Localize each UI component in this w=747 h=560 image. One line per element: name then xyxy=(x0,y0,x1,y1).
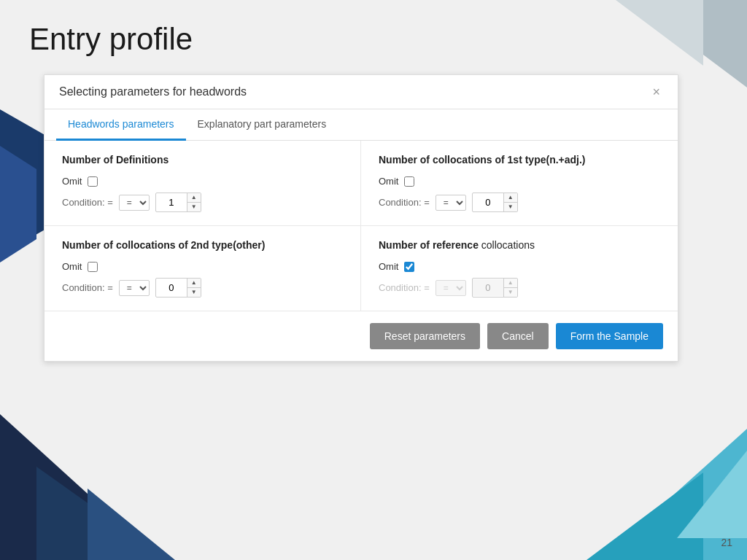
omit-label-collocations-2nd: Omit xyxy=(62,261,82,272)
cancel-button[interactable]: Cancel xyxy=(487,323,549,349)
omit-checkbox-reference[interactable] xyxy=(404,262,414,272)
section-title-collocations-2nd: Number of collocations of 2nd type(other… xyxy=(62,239,343,251)
condition-dropdown-collocations-1st[interactable]: =<> xyxy=(436,195,466,211)
spinner-collocations-1st: ▲ ▼ xyxy=(503,193,517,211)
omit-row-collocations-2nd: Omit xyxy=(62,261,343,272)
spinner-collocations-2nd: ▲ ▼ xyxy=(187,279,201,297)
section-title-collocations-1st: Number of collocations of 1st type(n.+ad… xyxy=(379,154,660,166)
number-input-wrapper-collocations-2nd: ▲ ▼ xyxy=(155,278,201,298)
condition-dropdown-collocations-2nd[interactable]: =<> xyxy=(119,280,150,296)
omit-row-collocations-1st: Omit xyxy=(379,176,660,187)
omit-row-definitions: Omit xyxy=(62,176,343,187)
condition-label-collocations-1st: Condition: = xyxy=(379,197,430,208)
tab-headwords-parameters[interactable]: Headwords parameters xyxy=(56,109,186,141)
close-button[interactable]: × xyxy=(649,85,663,98)
page-number: 21 xyxy=(721,537,732,548)
condition-dropdown-reference[interactable]: =<> xyxy=(436,280,466,296)
spinner-down-definitions[interactable]: ▼ xyxy=(187,203,201,211)
condition-row-reference: Condition: = =<> ▲ ▼ xyxy=(379,278,660,298)
dialog: Selecting parameters for headwords × Hea… xyxy=(44,74,678,362)
number-input-wrapper-reference: ▲ ▼ xyxy=(472,278,518,298)
omit-row-reference: Omit xyxy=(379,261,660,272)
tabs-row: Headwords parameters Explanatory part pa… xyxy=(44,109,678,141)
form-sample-button[interactable]: Form the Sample xyxy=(556,323,663,349)
dialog-footer: Reset parameters Cancel Form the Sample xyxy=(44,311,678,361)
spinner-down-collocations-2nd[interactable]: ▼ xyxy=(187,288,201,297)
section-collocations-1st: Number of collocations of 1st type(n.+ad… xyxy=(361,141,678,226)
condition-label-reference: Condition: = xyxy=(379,282,430,293)
tab-explanatory-parameters[interactable]: Explanatory part parameters xyxy=(186,109,338,141)
reset-parameters-button[interactable]: Reset parameters xyxy=(370,323,480,349)
section-title-normal-reference: collocations xyxy=(479,239,535,251)
params-grid: Number of Definitions Omit Condition: = … xyxy=(44,141,678,311)
section-num-definitions: Number of Definitions Omit Condition: = … xyxy=(44,141,361,226)
number-input-wrapper-collocations-1st: ▲ ▼ xyxy=(472,192,518,212)
spinner-down-collocations-1st[interactable]: ▼ xyxy=(504,203,517,211)
section-title-bold-reference: Number of reference xyxy=(379,239,479,251)
spinner-reference: ▲ ▼ xyxy=(503,279,517,297)
number-input-collocations-1st[interactable] xyxy=(473,194,503,211)
page-content: Entry profile Selecting parameters for h… xyxy=(0,0,747,560)
number-input-reference[interactable] xyxy=(473,279,503,296)
number-input-collocations-2nd[interactable] xyxy=(156,279,187,296)
section-title-num-definitions: Number of Definitions xyxy=(62,154,343,166)
dialog-header: Selecting parameters for headwords × xyxy=(44,75,678,109)
condition-dropdown-definitions[interactable]: =<> xyxy=(119,195,150,211)
number-input-wrapper-definitions: ▲ ▼ xyxy=(155,192,201,212)
condition-row-collocations-2nd: Condition: = =<> ▲ ▼ xyxy=(62,278,343,298)
spinner-down-reference[interactable]: ▼ xyxy=(504,288,517,297)
omit-label-collocations-1st: Omit xyxy=(379,176,398,187)
spinner-up-reference[interactable]: ▲ xyxy=(504,279,517,288)
omit-checkbox-collocations-2nd[interactable] xyxy=(88,262,98,272)
condition-row-definitions: Condition: = =<> ▲ ▼ xyxy=(62,192,343,212)
omit-label-reference: Omit xyxy=(379,261,398,272)
spinner-up-collocations-1st[interactable]: ▲ xyxy=(504,193,517,203)
page-title: Entry profile xyxy=(29,22,718,57)
omit-label-definitions: Omit xyxy=(62,176,82,187)
omit-checkbox-collocations-1st[interactable] xyxy=(404,176,414,187)
condition-label-collocations-2nd: Condition: = xyxy=(62,282,113,293)
spinner-definitions: ▲ ▼ xyxy=(187,193,201,211)
section-title-reference-collocations: Number of reference collocations xyxy=(379,239,660,251)
dialog-body: Number of Definitions Omit Condition: = … xyxy=(44,141,678,311)
condition-row-collocations-1st: Condition: = =<> ▲ ▼ xyxy=(379,192,660,212)
number-input-definitions[interactable] xyxy=(156,194,187,211)
section-reference-collocations: Number of reference collocations Omit Co… xyxy=(361,226,678,311)
spinner-up-definitions[interactable]: ▲ xyxy=(187,193,201,203)
condition-label-definitions: Condition: = xyxy=(62,197,113,208)
section-collocations-2nd: Number of collocations of 2nd type(other… xyxy=(44,226,361,311)
dialog-title: Selecting parameters for headwords xyxy=(59,85,247,98)
omit-checkbox-definitions[interactable] xyxy=(88,176,98,187)
spinner-up-collocations-2nd[interactable]: ▲ xyxy=(187,279,201,288)
